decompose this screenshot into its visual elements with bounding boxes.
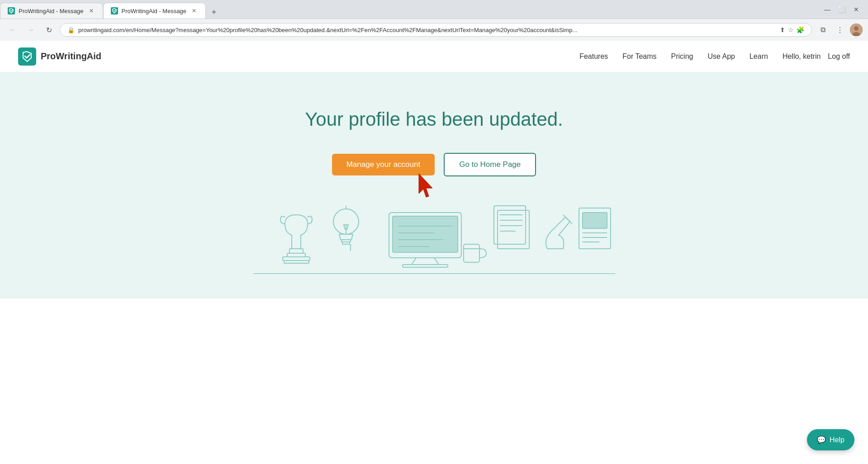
illustration: [253, 204, 615, 276]
address-bar[interactable]: 🔒 prowritingaid.com/en/Home/Message?mess…: [60, 23, 812, 37]
help-chat-icon: 💬: [817, 436, 826, 444]
svg-rect-7: [284, 260, 309, 263]
nav-use-app[interactable]: Use App: [707, 52, 735, 61]
browser-tab-1[interactable]: ProWritingAid - Message ✕: [0, 3, 103, 19]
tab1-favicon: [8, 7, 15, 14]
tab2-close-button[interactable]: ✕: [190, 7, 198, 15]
back-button[interactable]: ←: [5, 23, 20, 37]
logo-text: ProWritingAid: [41, 51, 101, 62]
svg-rect-24: [494, 206, 526, 244]
main-content: Your profile has been updated. Manage yo…: [0, 72, 868, 298]
browser-tab-2[interactable]: ProWritingAid - Message ✕: [103, 3, 206, 19]
navbar-links: Features For Teams Pricing Use App Learn: [579, 52, 768, 61]
navbar: ProWritingAid Features For Teams Pricing…: [0, 41, 868, 72]
nav-features[interactable]: Features: [579, 52, 608, 61]
svg-rect-4: [289, 249, 303, 253]
more-button[interactable]: ⋮: [833, 23, 847, 37]
svg-rect-10: [342, 242, 350, 244]
navbar-user: Hello, ketrin Log off: [783, 52, 850, 61]
action-buttons: Manage your account Go to Home Page: [332, 153, 536, 176]
logo-icon: [18, 47, 36, 66]
share-icon[interactable]: ⬆: [780, 26, 785, 33]
new-tab-button[interactable]: +: [208, 6, 220, 19]
svg-rect-32: [583, 213, 607, 228]
tab2-title: ProWritingAid - Message: [122, 8, 187, 14]
page: ProWritingAid Features For Teams Pricing…: [0, 41, 868, 464]
extensions-icon[interactable]: 🧩: [797, 26, 804, 33]
nav-pricing[interactable]: Pricing: [671, 52, 693, 61]
browser-toolbar: ← → ↻ 🔒 prowritingaid.com/en/Home/Messag…: [0, 19, 868, 41]
nav-for-teams[interactable]: For Teams: [622, 52, 656, 61]
user-greeting: Hello, ketrin: [783, 52, 821, 61]
tab1-close-button[interactable]: ✕: [87, 7, 95, 15]
minimize-button[interactable]: —: [821, 3, 834, 16]
navbar-logo[interactable]: ProWritingAid: [18, 47, 101, 66]
sidebar-toggle-button[interactable]: ⧉: [816, 23, 830, 37]
maximize-button[interactable]: ⬜: [835, 3, 848, 16]
bookmark-icon[interactable]: ☆: [788, 26, 794, 33]
svg-rect-21: [464, 244, 479, 262]
address-icons: ⬆ ☆ 🧩: [780, 26, 804, 33]
help-button[interactable]: 💬 Help: [807, 429, 854, 450]
page-message: Your profile has been updated.: [305, 109, 563, 130]
go-home-button[interactable]: Go to Home Page: [444, 153, 536, 176]
svg-rect-6: [283, 257, 310, 260]
help-label: Help: [830, 436, 844, 444]
profile-avatar[interactable]: [850, 24, 863, 36]
nav-learn[interactable]: Learn: [749, 52, 768, 61]
address-text: prowritingaid.com/en/Home/Message?messag…: [78, 27, 776, 33]
svg-rect-20: [403, 265, 448, 267]
tab1-title: ProWritingAid - Message: [19, 8, 84, 14]
browser-chrome: ProWritingAid - Message ✕ ProWritingAid …: [0, 0, 868, 41]
close-window-button[interactable]: ✕: [850, 3, 863, 16]
logout-link[interactable]: Log off: [828, 52, 850, 61]
svg-rect-23: [498, 210, 529, 249]
tab2-favicon: [111, 7, 118, 14]
svg-rect-5: [287, 253, 305, 257]
refresh-button[interactable]: ↻: [42, 23, 56, 37]
svg-point-1: [854, 26, 859, 31]
forward-button[interactable]: →: [24, 23, 38, 37]
manage-account-button[interactable]: Manage your account: [332, 154, 435, 175]
secure-icon: 🔒: [67, 27, 75, 33]
svg-marker-3: [419, 174, 432, 197]
toolbar-right: ⧉ ⋮: [816, 23, 863, 37]
